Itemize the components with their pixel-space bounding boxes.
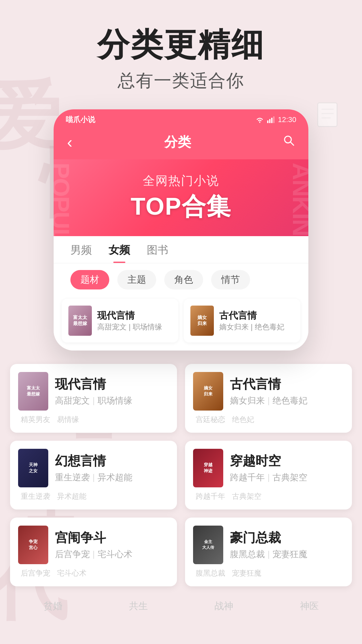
card-fantasy-tags: 重生逆袭|异术超能	[55, 472, 169, 483]
banner-bg-left: POPULAR N	[54, 163, 74, 236]
card-modern-faded: 精英男友 易情缘	[18, 415, 169, 425]
svg-rect-4	[267, 120, 268, 123]
inner-card-ancient-tags: 嫡女归来 | 绝色毒妃	[219, 322, 284, 332]
time-display: 12:30	[278, 115, 296, 124]
card-scifi[interactable]: 穿越神迹 穿越时空 跨越千年|古典架空 跨越千年 古典架空	[185, 441, 352, 509]
card-palace-tags: 后宫争宠|宅斗心术	[55, 548, 169, 560]
cover-fantasy: 天神之女	[18, 449, 48, 487]
faded-bottom-3: 战神	[215, 600, 233, 612]
card-tycoon[interactable]: 金主大人传 豪门总裁 腹黑总裁|宠妻狂魔 腹黑总裁 宠妻狂魔	[185, 518, 352, 586]
faded-bottom-1: 贫婚	[44, 600, 62, 612]
banner-line2: TOP合集	[131, 191, 232, 223]
cover-ancient: 嫡女归来	[193, 372, 223, 411]
phone-mockup: 喵爪小说 12:30 ‹ 分类	[54, 109, 308, 351]
chip-theme[interactable]: 主题	[117, 270, 156, 289]
banner-bg-right: ANKING LIS	[288, 163, 308, 236]
page-title: 分类	[164, 133, 191, 151]
card-fantasy-faded: 重生逆袭 异术超能	[18, 491, 169, 501]
cover-palace: 争宠宫心	[18, 526, 48, 564]
chip-character[interactable]: 角色	[164, 270, 203, 289]
svg-rect-5	[269, 119, 270, 123]
inner-category-grid: 富太太最想嫁 现代言情 高甜宠文 | 职场情缘 嫡女归来 古代言情 嫡	[54, 296, 308, 351]
card-modern-tags: 高甜宠文|职场情缘	[55, 395, 169, 407]
tab-male[interactable]: 男频	[70, 243, 92, 263]
card-modern-title: 现代言情	[55, 376, 169, 393]
status-bar: 喵爪小说 12:30	[54, 109, 308, 127]
status-bar-right: 12:30	[255, 115, 296, 124]
svg-line-9	[290, 142, 294, 145]
card-ancient-faded: 宫廷秘恋 绝色妃	[193, 415, 344, 425]
tabs-row: 男频 女频 图书	[54, 236, 308, 263]
chip-plot[interactable]: 情节	[211, 270, 250, 289]
outer-cards-section: 富太太最想嫁 现代言情 高甜宠文|职场情缘 精英男友 易情缘 嫡女归来	[0, 351, 362, 600]
inner-card-modern-title: 现代言情	[97, 309, 162, 322]
tab-female[interactable]: 女频	[109, 243, 130, 263]
card-palace-faded: 后宫争宠 宅斗心术	[18, 568, 169, 578]
inner-card-modern[interactable]: 富太太最想嫁 现代言情 高甜宠文 | 职场情缘	[62, 299, 178, 342]
hero-title: 分类更精细	[97, 27, 265, 62]
card-tycoon-title: 豪门总裁	[230, 529, 344, 546]
card-ancient-tags: 嫡女归来|绝色毒妃	[230, 395, 344, 407]
search-icon[interactable]	[283, 135, 295, 150]
cover-tycoon: 金主大人传	[193, 526, 223, 564]
chips-row: 题材 主题 角色 情节	[54, 263, 308, 296]
svg-rect-7	[273, 116, 275, 123]
wifi-icon	[255, 116, 264, 123]
banner-line1: 全网热门小说	[143, 173, 219, 189]
paper-decoration-icon	[315, 101, 342, 131]
card-fantasy-title: 幻想言情	[55, 452, 169, 470]
svg-rect-0	[318, 103, 337, 126]
card-scifi-faded: 跨越千年 古典架空	[193, 491, 344, 501]
app-banner: POPULAR N ANKING LIS 全网热门小说 TOP合集	[54, 159, 308, 236]
card-scifi-tags: 跨越千年|古典架空	[230, 472, 344, 483]
cover-scifi: 穿越神迹	[193, 449, 223, 487]
back-button[interactable]: ‹	[67, 133, 72, 151]
cover-modern: 富太太最想嫁	[18, 372, 48, 411]
tab-books[interactable]: 图书	[147, 243, 168, 263]
card-fantasy[interactable]: 天神之女 幻想言情 重生逆袭|异术超能 重生逆袭 异术超能	[10, 441, 177, 509]
card-modern[interactable]: 富太太最想嫁 现代言情 高甜宠文|职场情缘 精英男友 易情缘	[10, 364, 177, 433]
inner-card-ancient-title: 古代言情	[219, 309, 284, 322]
svg-rect-6	[271, 118, 273, 123]
card-scifi-title: 穿越时空	[230, 452, 344, 470]
faded-bottom-2: 共生	[129, 600, 148, 612]
card-ancient[interactable]: 嫡女归来 古代言情 嫡女归来|绝色毒妃 宫廷秘恋 绝色妃	[185, 364, 352, 433]
bottom-faded-rows: 贫婚 共生 战神 神医	[0, 600, 362, 619]
signal-icon	[267, 116, 275, 123]
app-name-status: 喵爪小说	[66, 115, 95, 125]
inner-card-modern-tags: 高甜宠文 | 职场情缘	[97, 322, 162, 332]
inner-card-ancient[interactable]: 嫡女归来 古代言情 嫡女归来 | 绝色毒妃	[184, 299, 300, 342]
card-palace-title: 宫闱争斗	[55, 529, 169, 546]
chip-subject[interactable]: 题材	[70, 270, 109, 289]
card-tycoon-faded: 腹黑总裁 宠妻狂魔	[193, 568, 344, 578]
card-tycoon-tags: 腹黑总裁|宠妻狂魔	[230, 548, 344, 560]
hero-subtitle: 总有一类适合你	[118, 69, 244, 93]
faded-bottom-4: 神医	[300, 600, 319, 612]
card-palace[interactable]: 争宠宫心 宫闱争斗 后宫争宠|宅斗心术 后宫争宠 宅斗心术	[10, 518, 177, 586]
app-header: ‹ 分类	[54, 127, 308, 159]
card-ancient-title: 古代言情	[230, 376, 344, 393]
